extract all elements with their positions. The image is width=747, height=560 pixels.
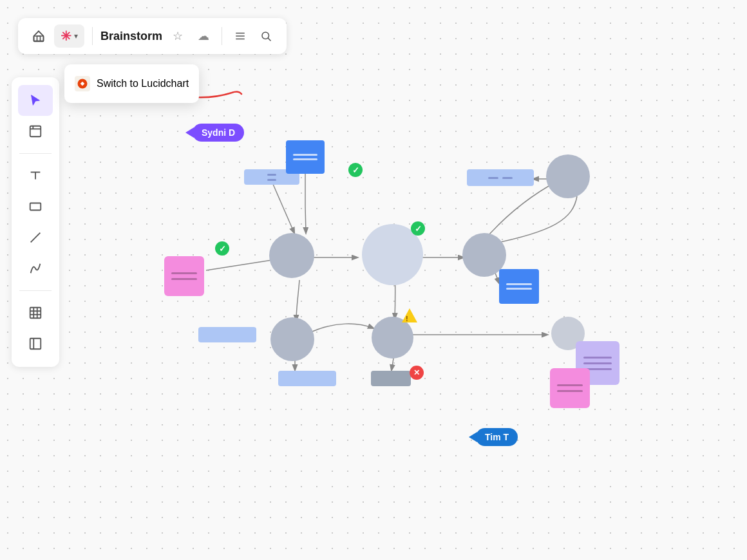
node-r6[interactable] <box>278 371 336 386</box>
badge-warning-text: ! <box>406 315 408 322</box>
rect-line <box>488 177 498 179</box>
table-icon <box>28 306 43 320</box>
switch-lucidchart-item[interactable]: Switch to Lucidchart <box>64 70 199 98</box>
document-title: Brainstorm <box>100 30 162 43</box>
sidebar-section-advanced <box>12 295 59 362</box>
frame-icon <box>28 124 43 138</box>
svg-line-5 <box>268 38 270 41</box>
sticky-line <box>583 357 612 359</box>
sticky-line <box>171 272 197 274</box>
sidebar-item-frame[interactable] <box>18 116 53 147</box>
node-c4[interactable] <box>546 154 590 198</box>
cursor-label-sydni: Sydni D <box>193 124 244 142</box>
badge-green-c1: ✓ <box>215 241 229 256</box>
sidebar-divider2 <box>19 290 52 291</box>
rect-line <box>506 283 532 285</box>
curve-icon <box>28 261 43 275</box>
sidebar-item-rect[interactable] <box>18 191 53 222</box>
sidebar-section-tools <box>12 82 59 149</box>
node-c5[interactable] <box>270 317 314 361</box>
badge-green-r1: ✓ <box>348 163 363 177</box>
panel-icon <box>28 337 43 351</box>
sidebar-section-shapes <box>12 158 59 286</box>
sidebar-item-curve[interactable] <box>18 253 53 284</box>
sidebar <box>12 77 59 367</box>
header-divider <box>92 27 93 45</box>
lucidspark-icon: ✳ <box>61 28 71 44</box>
node-r1[interactable] <box>286 140 325 174</box>
lucidchart-icon <box>75 76 90 91</box>
search-icon <box>260 30 272 42</box>
text-icon <box>28 169 43 183</box>
svg-point-4 <box>262 32 269 39</box>
sticky-line <box>267 174 276 176</box>
sticky-line <box>583 362 612 364</box>
svg-rect-19 <box>30 339 41 350</box>
badge-green-c2: ✓ <box>411 221 425 236</box>
cloud-icon: ☁ <box>198 29 209 43</box>
header: ✳ ▾ Brainstorm ☆ ☁ <box>18 18 287 54</box>
node-r5[interactable] <box>371 371 411 386</box>
rect-line <box>502 177 513 179</box>
sticky-line <box>557 390 583 392</box>
node-r3[interactable] <box>499 269 539 304</box>
rect-line <box>293 154 317 156</box>
cursor-label-tim: Tim T <box>476 428 518 446</box>
svg-line-13 <box>31 233 41 243</box>
sidebar-item-text[interactable] <box>18 160 53 191</box>
sidebar-item-table[interactable] <box>18 297 53 328</box>
line-icon <box>28 230 43 245</box>
switch-lucidchart-label: Switch to Lucidchart <box>97 78 189 89</box>
dropdown-menu: Switch to Lucidchart <box>64 64 199 103</box>
select-icon <box>28 93 43 107</box>
svg-rect-12 <box>30 203 41 210</box>
app-selector-button[interactable]: ✳ ▾ <box>54 24 84 48</box>
cursor-tim: Tim T <box>469 428 518 446</box>
sidebar-item-line[interactable] <box>18 222 53 253</box>
home-button[interactable] <box>28 26 49 46</box>
sidebar-item-select[interactable] <box>18 85 53 116</box>
header-divider2 <box>222 27 222 45</box>
node-s4[interactable] <box>550 368 590 408</box>
svg-rect-14 <box>30 308 41 319</box>
node-c6[interactable] <box>372 317 413 359</box>
hamburger-icon <box>234 30 246 42</box>
star-icon: ☆ <box>173 29 183 43</box>
svg-rect-0 <box>34 36 44 41</box>
search-button[interactable] <box>256 26 276 46</box>
node-r2[interactable] <box>467 169 534 186</box>
svg-rect-7 <box>30 126 41 137</box>
cursor-sydni: Sydni D <box>185 124 244 142</box>
rect-line <box>293 158 317 160</box>
chevron-down-icon: ▾ <box>74 32 78 41</box>
sidebar-item-panel[interactable] <box>18 328 53 359</box>
node-c1[interactable] <box>269 233 314 278</box>
rect-line <box>506 288 532 290</box>
sticky-line <box>557 384 583 386</box>
badge-warning-c6 <box>402 308 417 322</box>
menu-button[interactable] <box>230 26 251 46</box>
home-icon <box>32 30 45 42</box>
favorite-button[interactable]: ☆ <box>167 26 188 46</box>
node-s2[interactable] <box>164 256 204 296</box>
rect-icon <box>28 200 43 214</box>
cloud-button[interactable]: ☁ <box>193 26 214 46</box>
badge-red-r5: ✕ <box>410 366 424 380</box>
node-r4[interactable] <box>198 327 256 342</box>
sticky-line <box>171 278 197 280</box>
sidebar-divider1 <box>19 153 52 154</box>
sticky-line <box>267 179 276 181</box>
